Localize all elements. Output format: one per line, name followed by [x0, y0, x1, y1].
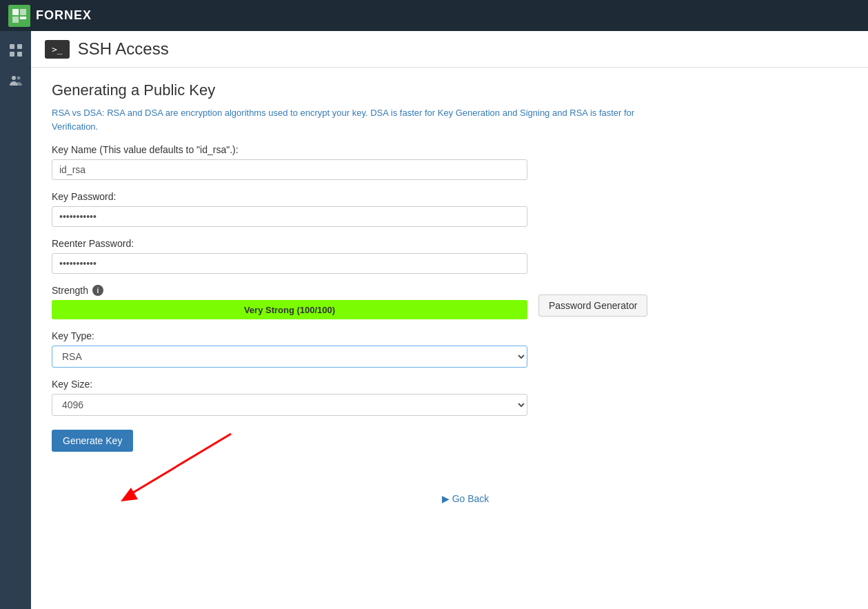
strength-section: Strength i Very Strong (100/100) [52, 285, 527, 319]
key-name-input[interactable] [52, 159, 527, 180]
key-size-label: Key Size: [52, 379, 672, 390]
key-password-group: Key Password: [52, 191, 672, 227]
key-type-group: Key Type: RSA DSA [52, 330, 672, 368]
main-content: >_ SSH Access Generating a Public Key RS… [31, 31, 868, 609]
strength-text-label: Strength [52, 285, 88, 296]
key-password-label: Key Password: [52, 191, 672, 202]
strength-label-row: Strength i [52, 285, 527, 296]
logo: FORNEX [8, 5, 92, 27]
go-back-row: ▶ Go Back [52, 493, 672, 504]
page-header: >_ SSH Access [31, 31, 868, 68]
strength-row: Strength i Very Strong (100/100) Passwor… [52, 285, 672, 319]
logo-text: FORNEX [36, 8, 92, 23]
key-name-group: Key Name (This value defaults to "id_rsa… [52, 144, 672, 180]
go-back-link[interactable]: ▶ Go Back [442, 493, 489, 504]
svg-rect-0 [12, 9, 19, 15]
key-size-group: Key Size: 1024 2048 4096 [52, 379, 672, 416]
key-password-input[interactable] [52, 206, 527, 227]
svg-rect-6 [10, 52, 14, 57]
generate-key-area: Generate Key [52, 427, 672, 452]
go-back-icon: ▶ [442, 493, 450, 504]
reenter-password-group: Reenter Password: [52, 238, 672, 274]
page-title: SSH Access [78, 39, 169, 59]
svg-rect-3 [20, 17, 26, 19]
svg-point-8 [12, 76, 16, 80]
svg-rect-1 [20, 9, 26, 15]
key-type-select[interactable]: RSA DSA [52, 346, 527, 368]
svg-rect-5 [17, 44, 22, 49]
go-back-label: Go Back [452, 493, 489, 504]
info-text: RSA vs DSA: RSA and DSA are encryption a… [52, 106, 672, 133]
section-title: Generating a Public Key [52, 81, 672, 99]
navbar: FORNEX [0, 0, 868, 31]
reenter-password-label: Reenter Password: [52, 238, 672, 249]
sidebar-item-users[interactable] [2, 67, 30, 94]
sidebar-item-dashboard[interactable] [2, 37, 30, 64]
svg-line-10 [128, 434, 231, 496]
page-content-area: Generating a Public Key RSA vs DSA: RSA … [31, 68, 693, 518]
key-size-select[interactable]: 1024 2048 4096 [52, 394, 527, 416]
svg-rect-4 [10, 44, 14, 49]
reenter-password-input[interactable] [52, 253, 527, 274]
users-icon [9, 74, 23, 88]
logo-icon [8, 5, 30, 27]
password-generator-button[interactable]: Password Generator [538, 294, 647, 317]
strength-info-icon[interactable]: i [92, 285, 103, 296]
sidebar [0, 31, 31, 609]
strength-bar-text: Very Strong (100/100) [244, 305, 335, 315]
svg-point-9 [17, 77, 20, 80]
svg-rect-2 [12, 17, 19, 23]
key-type-label: Key Type: [52, 330, 672, 341]
ssh-icon: >_ [45, 40, 70, 59]
svg-rect-7 [17, 52, 22, 57]
strength-bar-container: Very Strong (100/100) [52, 300, 527, 319]
password-gen-section: Password Generator [538, 294, 647, 319]
generate-key-button[interactable]: Generate Key [52, 430, 133, 452]
key-name-label: Key Name (This value defaults to "id_rsa… [52, 144, 672, 155]
grid-icon [9, 43, 23, 57]
